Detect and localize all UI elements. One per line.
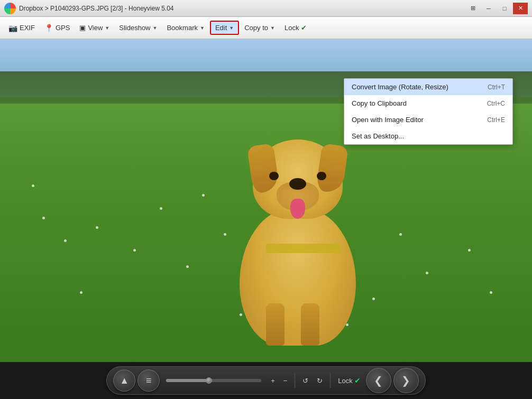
exif-button[interactable]: EXIF [4, 22, 39, 34]
app-icon [4, 3, 16, 14]
edit-label: Edit [215, 24, 227, 32]
titlebar-left: Dropbox > P1040293-GPS.JPG [2/3] - Honey… [4, 3, 174, 14]
titlebar-text: Dropbox > P1040293-GPS.JPG [2/3] - Honey… [19, 5, 174, 12]
bottom-control-pill: ▲ ≡ + − ↺ ↻ Lock ✔ ❮ ❯ [106, 366, 426, 395]
gps-button[interactable]: GPS [40, 22, 74, 34]
rotate-right-icon: ↻ [317, 377, 323, 385]
copyto-button[interactable]: Copy to ▼ [240, 22, 279, 34]
zoom-out-button[interactable]: − [280, 375, 291, 387]
menu-item-convert[interactable]: Convert Image (Rotate, Resize) Ctrl+T [344, 79, 512, 95]
view-label: View [88, 24, 103, 32]
maximize-button[interactable]: □ [497, 3, 512, 14]
bottom-lock-label: Lock [338, 377, 352, 385]
menu-button[interactable]: ≡ [137, 369, 160, 392]
edit-dropdown-arrow: ▼ [229, 25, 234, 31]
plus-icon: + [271, 377, 275, 385]
menu-convert-label: Convert Image (Rotate, Resize) [352, 83, 448, 91]
lock-button[interactable]: Lock [280, 22, 311, 34]
zoom-slider[interactable] [166, 379, 261, 382]
menu-item-open-editor[interactable]: Open with Image Editor Ctrl+E [344, 112, 512, 128]
titlebar-controls: ⊞ ─ □ ✕ [465, 3, 528, 14]
prev-icon: ❮ [374, 374, 383, 387]
minus-icon: − [283, 377, 288, 385]
camera-icon [8, 24, 17, 32]
slideshow-label: Slideshow [119, 24, 150, 32]
minimize-button[interactable]: ─ [481, 3, 496, 14]
menu-editor-shortcut: Ctrl+E [487, 116, 505, 124]
zoom-in-button[interactable]: + [268, 375, 278, 387]
separator-1 [295, 373, 295, 388]
bookmark-label: Bookmark [167, 24, 198, 32]
toolbar: EXIF GPS View ▼ Slideshow ▼ Bookmark ▼ E… [0, 17, 532, 39]
menu-editor-label: Open with Image Editor [352, 116, 424, 124]
eject-button[interactable]: ▲ [113, 369, 135, 392]
menu-copy-label: Copy to Clipboard [352, 99, 407, 107]
separator-2 [330, 373, 331, 388]
menu-icon: ≡ [146, 375, 152, 386]
view-icon [79, 24, 86, 32]
rotate-right-button[interactable]: ↻ [314, 375, 326, 387]
menu-item-set-desktop[interactable]: Set as Desktop... [344, 128, 512, 144]
edit-button[interactable]: Edit ▼ [210, 21, 239, 35]
slideshow-dropdown-arrow: ▼ [153, 25, 158, 31]
bottom-lock-check-icon: ✔ [354, 376, 361, 385]
edit-dropdown-menu: Convert Image (Rotate, Resize) Ctrl+T Co… [344, 78, 513, 145]
pin-icon [44, 24, 53, 32]
lock-label: Lock [285, 24, 299, 32]
slideshow-button[interactable]: Slideshow ▼ [115, 22, 161, 34]
zoom-slider-fill [166, 379, 209, 382]
copyto-label: Copy to [244, 24, 268, 32]
bottom-lock-button[interactable]: Lock ✔ [335, 374, 363, 387]
close-button[interactable]: ✕ [513, 3, 528, 14]
bottombar: ▲ ≡ + − ↺ ↻ Lock ✔ ❮ ❯ [0, 362, 532, 399]
titlebar: Dropbox > P1040293-GPS.JPG [2/3] - Honey… [0, 0, 532, 17]
exif-label: EXIF [20, 24, 35, 32]
zoom-slider-thumb[interactable] [206, 377, 212, 384]
menu-copy-shortcut: Ctrl+C [487, 100, 505, 107]
rotate-left-button[interactable]: ↺ [299, 375, 311, 387]
gps-label: GPS [56, 24, 70, 32]
eject-icon: ▲ [120, 375, 129, 386]
lock-check-icon [301, 24, 307, 32]
main-image-area: Convert Image (Rotate, Resize) Ctrl+T Co… [0, 39, 532, 362]
view-dropdown-arrow: ▼ [105, 25, 109, 31]
next-icon: ❯ [401, 374, 410, 387]
menu-desktop-label: Set as Desktop... [352, 132, 404, 140]
next-button[interactable]: ❯ [393, 368, 419, 393]
copyto-dropdown-arrow: ▼ [270, 25, 275, 31]
bookmark-dropdown-arrow: ▼ [200, 25, 205, 31]
menu-item-copy-clipboard[interactable]: Copy to Clipboard Ctrl+C [344, 95, 512, 112]
restore-down-button[interactable]: ⊞ [465, 3, 480, 14]
view-button[interactable]: View ▼ [75, 22, 114, 34]
prev-button[interactable]: ❮ [366, 368, 391, 393]
rotate-left-icon: ↺ [302, 377, 308, 385]
menu-convert-shortcut: Ctrl+T [488, 83, 505, 91]
bookmark-button[interactable]: Bookmark ▼ [162, 22, 208, 34]
